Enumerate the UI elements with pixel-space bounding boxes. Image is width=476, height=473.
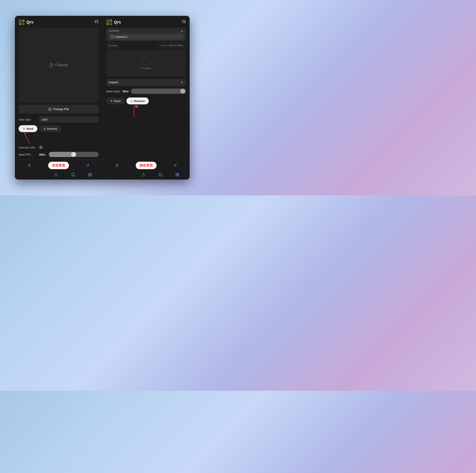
svg-point-42: [112, 36, 113, 37]
choose-button[interactable]: Choose: [49, 63, 68, 67]
choose-file-icon: [49, 63, 53, 67]
slice-size-label: Slice Size: [18, 118, 37, 121]
scanner-url-clear-button[interactable]: ✕: [39, 146, 43, 149]
ideal-scans-slider[interactable]: [131, 89, 186, 94]
left-nav-share-icon[interactable]: [54, 173, 58, 177]
svg-rect-7: [22, 21, 23, 21]
receive-arrow-annotation: [128, 105, 140, 119]
inspect-label: Inspect: [109, 81, 119, 84]
file-drop-area[interactable]: Choose: [18, 28, 99, 102]
right-app-title: Qrs: [114, 20, 121, 25]
right-label-bubble: 接收界面: [136, 162, 156, 169]
svg-rect-9: [19, 23, 20, 24]
svg-rect-28: [108, 20, 108, 20]
svg-rect-12: [22, 22, 24, 25]
svg-rect-22: [88, 173, 90, 175]
left-content: Choose Change File Slice Size: [15, 28, 102, 160]
cameras-chevron-icon[interactable]: ▲: [181, 29, 183, 32]
svg-rect-8: [19, 22, 21, 25]
left-tab-bar: ☰ 发送界面 ↺: [15, 160, 102, 171]
right-tab-refresh-icon[interactable]: ↺: [172, 163, 178, 168]
right-nav-bar: ‹ ›: [102, 171, 190, 180]
choose-label: Choose: [55, 63, 68, 67]
right-tab-list-icon[interactable]: ☰: [114, 163, 120, 168]
svg-rect-48: [178, 175, 179, 177]
svg-rect-37: [107, 24, 107, 25]
svg-rect-26: [106, 19, 109, 22]
camera-icon: [111, 35, 114, 38]
svg-rect-27: [107, 20, 107, 20]
right-nav-forward-icon[interactable]: ›: [127, 173, 128, 177]
left-nav-bar: ‹ ›: [15, 171, 102, 180]
svg-rect-41: [110, 24, 111, 25]
right-app-logo-icon: [106, 19, 112, 25]
send-button[interactable]: Send: [18, 125, 37, 132]
send-receive-row: Send Receive: [18, 125, 99, 132]
svg-rect-32: [111, 20, 112, 20]
right-send-icon: [110, 100, 113, 102]
left-nav-book-icon[interactable]: [71, 173, 75, 177]
right-nav-book-icon[interactable]: [159, 173, 162, 177]
left-nav-tabs-icon[interactable]: [88, 173, 92, 177]
camera1-label: Camera 1: [116, 35, 128, 38]
right-receive-label: Receive: [134, 99, 145, 103]
left-tab-list-icon[interactable]: ☰: [26, 163, 32, 168]
send-arrow-annotation: [24, 133, 34, 144]
svg-rect-11: [19, 24, 20, 25]
ideal-scans-label: Ideal scans: [106, 90, 120, 93]
right-tab-bar: ☰ 接收界面 ↺: [102, 160, 190, 171]
right-content: Cameras ▲ Camera 1 No Data 0 hz | 0 kB/s…: [102, 28, 190, 160]
left-label-bubble: 发送界面: [48, 162, 69, 169]
change-file-icon: [48, 108, 51, 111]
svg-rect-6: [23, 20, 24, 20]
svg-rect-36: [108, 23, 108, 24]
right-nav-back-icon[interactable]: ‹: [113, 173, 114, 177]
data-stats-badge: 0 hz | 0 kB/s (0 kB/s): [158, 43, 186, 48]
ideal-fps-slider[interactable]: [49, 152, 98, 157]
svg-rect-15: [22, 24, 23, 25]
inspect-dropdown[interactable]: Inspect ▼: [106, 79, 186, 86]
slice-size-input[interactable]: [39, 116, 99, 123]
slice-size-row: Slice Size: [18, 116, 99, 123]
status-row: No Data 0 hz | 0 kB/s (0 kB/s): [106, 43, 186, 48]
left-nav-forward-icon[interactable]: ›: [40, 173, 41, 177]
right-receive-button[interactable]: Receive: [126, 97, 149, 104]
camera1-item[interactable]: Camera 1: [109, 34, 184, 40]
right-action-area: Send Receive: [106, 97, 186, 107]
svg-rect-30: [110, 19, 112, 22]
svg-rect-5: [22, 20, 23, 20]
svg-rect-14: [23, 23, 24, 24]
svg-rect-34: [106, 22, 109, 25]
no-signal-text: No Signal: [141, 67, 151, 70]
cameras-dropdown: Cameras ▲ Camera 1: [106, 28, 186, 41]
left-nav-back-icon[interactable]: ‹: [25, 173, 27, 177]
svg-rect-4: [22, 19, 24, 22]
right-nav-tabs-icon[interactable]: [175, 173, 179, 177]
scanner-url-label: Scanner URL: [18, 146, 37, 149]
svg-rect-24: [88, 175, 90, 177]
scanner-url-area: ✕: [39, 146, 99, 149]
right-github-icon[interactable]: [182, 20, 186, 25]
left-github-icon[interactable]: [94, 20, 99, 25]
svg-rect-35: [107, 23, 107, 24]
svg-rect-10: [20, 23, 21, 24]
svg-rect-0: [19, 19, 21, 22]
left-panel: Qrs Choose: [15, 16, 102, 180]
scanner-url-row: Scanner URL ✕: [18, 146, 99, 149]
right-send-button[interactable]: Send: [106, 97, 125, 104]
svg-rect-1: [19, 20, 20, 20]
svg-rect-3: [19, 21, 20, 21]
change-file-button[interactable]: Change File: [18, 105, 99, 113]
right-receive-icon: [131, 100, 133, 102]
inspect-chevron-icon: ▼: [181, 81, 183, 84]
svg-rect-2: [20, 20, 21, 20]
receive-button[interactable]: Receive: [39, 125, 61, 132]
right-send-label: Send: [114, 99, 120, 103]
ideal-fps-row: Ideal FPS 20hz: [18, 152, 99, 157]
right-nav-share-icon[interactable]: [142, 173, 145, 177]
svg-rect-29: [107, 21, 107, 21]
svg-rect-23: [90, 173, 92, 175]
left-tab-refresh-icon[interactable]: ↺: [85, 163, 91, 168]
left-app-title: Qrs: [26, 20, 34, 25]
ideal-scans-value: 30hz: [122, 90, 128, 93]
